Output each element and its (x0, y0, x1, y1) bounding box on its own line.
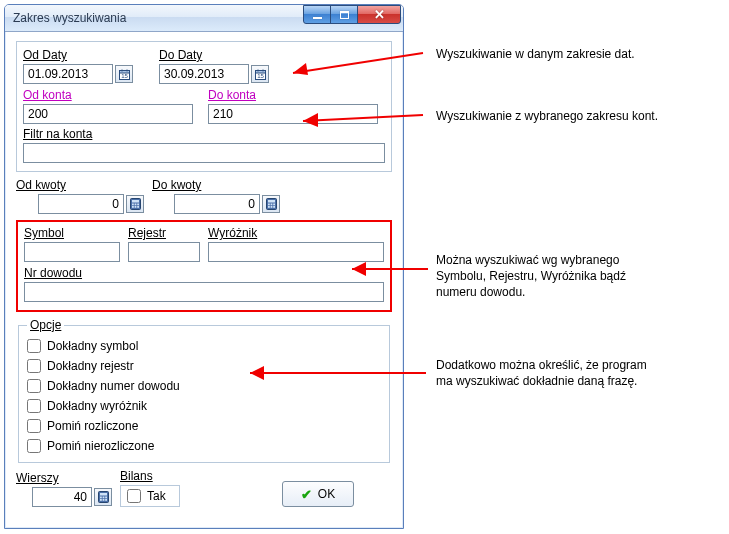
close-button[interactable]: ✕ (357, 5, 401, 24)
checkbox[interactable] (27, 439, 41, 453)
criteria-group: Symbol Rejestr Wyróżnik Nr dowodu (16, 220, 392, 312)
footer-group: Wierszy Bilans Tak ✔ OK (16, 469, 392, 507)
calculator-icon (98, 491, 109, 503)
svg-rect-30 (105, 497, 107, 499)
from-amount-input[interactable] (38, 194, 124, 214)
svg-rect-31 (100, 499, 102, 501)
close-icon: ✕ (374, 7, 385, 22)
from-account-label: Od konta (23, 88, 200, 102)
svg-rect-19 (268, 200, 275, 203)
options-group: Opcje Dokładny symbol Dokładny rejestr D… (18, 318, 390, 463)
checkbox[interactable] (27, 339, 41, 353)
to-amount-label: Do kwoty (152, 178, 280, 192)
svg-rect-21 (270, 204, 272, 206)
maximize-button[interactable] (330, 5, 358, 24)
svg-rect-20 (268, 204, 270, 206)
svg-rect-32 (102, 499, 104, 501)
amount-range-group: Od kwoty Do kwoty (16, 178, 392, 214)
annotation-criteria: Można wyszukiwać wg wybranego Symbolu, R… (436, 252, 626, 301)
to-account-label: Do konta (208, 88, 385, 102)
rejestr-label: Rejestr (128, 226, 200, 240)
date-range-group: Od Daty 15 Do Daty 15 (16, 41, 392, 172)
calendar-icon: 15 (119, 69, 130, 80)
from-date-input[interactable] (23, 64, 113, 84)
wierszy-label: Wierszy (16, 471, 112, 485)
rejestr-input[interactable] (128, 242, 200, 262)
bilans-label: Bilans (120, 469, 210, 483)
account-filter-label: Filtr na konta (23, 127, 385, 141)
nr-dowodu-label: Nr dowodu (24, 266, 384, 280)
option-exact-rejestr[interactable]: Dokładny rejestr (27, 356, 381, 376)
to-account-input[interactable] (208, 104, 378, 124)
svg-rect-29 (102, 497, 104, 499)
wyroznik-input[interactable] (208, 242, 384, 262)
symbol-label: Symbol (24, 226, 120, 240)
checkbox[interactable] (127, 489, 141, 503)
svg-rect-28 (100, 497, 102, 499)
annotation-accounts: Wyszukiwanie z wybranego zakresu kont. (436, 108, 658, 124)
calculator-icon (130, 198, 141, 210)
svg-rect-16 (134, 206, 136, 208)
checkbox[interactable] (27, 379, 41, 393)
options-legend: Opcje (27, 318, 64, 332)
option-exact-wyroznik[interactable]: Dokładny wyróżnik (27, 396, 381, 416)
ok-button[interactable]: ✔ OK (282, 481, 354, 507)
svg-rect-33 (105, 499, 107, 501)
maximize-icon (340, 11, 349, 19)
svg-rect-25 (273, 206, 275, 208)
wierszy-input[interactable] (32, 487, 92, 507)
option-exact-symbol[interactable]: Dokładny symbol (27, 336, 381, 356)
dialog-body: Od Daty 15 Do Daty 15 (6, 33, 402, 527)
svg-rect-27 (100, 493, 107, 496)
dialog-window: Zakres wyszukiwania ✕ Od Daty 15 (4, 4, 404, 529)
svg-rect-22 (273, 204, 275, 206)
bilans-tak-checkbox[interactable]: Tak (120, 485, 180, 507)
checkbox[interactable] (27, 359, 41, 373)
from-date-label: Od Daty (23, 48, 151, 62)
svg-rect-14 (137, 204, 139, 206)
svg-rect-11 (132, 200, 139, 203)
minimize-icon (313, 17, 322, 19)
check-icon: ✔ (301, 487, 312, 502)
svg-rect-13 (134, 204, 136, 206)
svg-rect-23 (268, 206, 270, 208)
ok-button-label: OK (318, 487, 335, 501)
svg-rect-12 (132, 204, 134, 206)
nr-dowodu-input[interactable] (24, 282, 384, 302)
svg-rect-15 (132, 206, 134, 208)
symbol-input[interactable] (24, 242, 120, 262)
to-date-label: Do Daty (159, 48, 287, 62)
annotation-dates: Wyszukiwanie w danym zakresie dat. (436, 46, 635, 62)
from-date-picker-button[interactable]: 15 (115, 65, 133, 83)
minimize-button[interactable] (303, 5, 331, 24)
to-date-picker-button[interactable]: 15 (251, 65, 269, 83)
calculator-icon (266, 198, 277, 210)
to-amount-calc-button[interactable] (262, 195, 280, 213)
from-account-input[interactable] (23, 104, 193, 124)
to-amount-input[interactable] (174, 194, 260, 214)
titlebar[interactable]: Zakres wyszukiwania ✕ (5, 5, 403, 32)
from-amount-calc-button[interactable] (126, 195, 144, 213)
checkbox[interactable] (27, 399, 41, 413)
calendar-icon: 15 (255, 69, 266, 80)
annotation-options: Dodatkowo można określić, że program ma … (436, 357, 647, 389)
from-amount-label: Od kwoty (16, 178, 144, 192)
svg-text:15: 15 (121, 73, 128, 79)
option-skip-settled[interactable]: Pomiń rozliczone (27, 416, 381, 436)
to-date-input[interactable] (159, 64, 249, 84)
checkbox[interactable] (27, 419, 41, 433)
wierszy-calc-button[interactable] (94, 488, 112, 506)
svg-rect-24 (270, 206, 272, 208)
svg-text:15: 15 (257, 73, 264, 79)
wyroznik-label: Wyróżnik (208, 226, 384, 240)
option-skip-unsettled[interactable]: Pomiń nierozliczone (27, 436, 381, 456)
account-filter-input[interactable] (23, 143, 385, 163)
window-title: Zakres wyszukiwania (13, 11, 126, 25)
window-controls: ✕ (304, 5, 401, 24)
option-exact-nr-dowodu[interactable]: Dokładny numer dowodu (27, 376, 381, 396)
svg-rect-17 (137, 206, 139, 208)
